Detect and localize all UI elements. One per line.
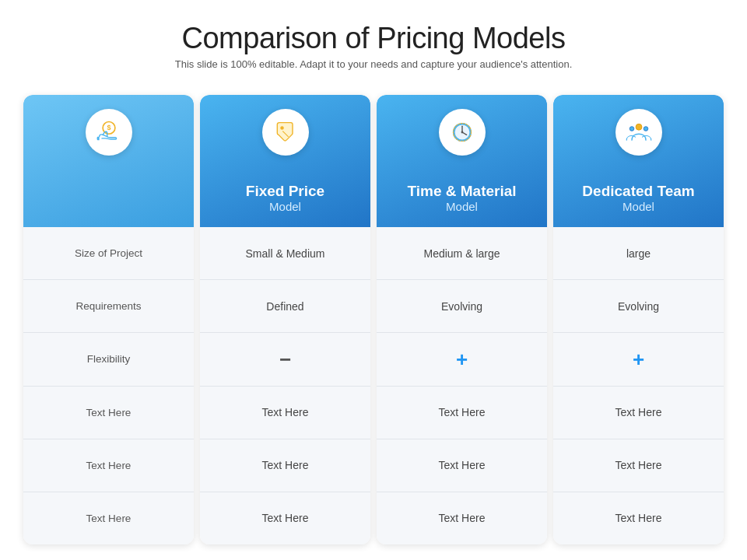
col-header-dedicated-team: Dedicated TeamModel	[553, 95, 724, 227]
column-time-material: Time & MaterialModelMedium & largeEvolvi…	[377, 95, 547, 544]
svg-point-2	[280, 126, 284, 130]
col-body-criteria: Size of ProjectRequirementsFlexibilityTe…	[23, 227, 194, 544]
page-subtitle: This slide is 100% editable. Adapt it to…	[175, 58, 573, 70]
svg-point-12	[644, 127, 648, 131]
cell-fixed-price-row4: Text Here	[200, 439, 370, 492]
cell-time-material-row1: Evolving	[377, 280, 547, 333]
col-title-main-fixed-price: Fixed Price	[246, 183, 324, 200]
cell-dedicated-team-row2: +	[553, 333, 724, 386]
cell-criteria-row0: Size of Project	[23, 227, 194, 280]
icon-team	[615, 109, 662, 156]
col-header-fixed-price: Fixed PriceModel	[200, 95, 370, 227]
column-criteria: $ Size of ProjectRequirementsFlexibility…	[23, 95, 194, 544]
icon-price-tag	[262, 109, 309, 156]
cell-criteria-row2: Flexibility	[23, 333, 194, 386]
col-body-fixed-price: Small & MediumDefined−Text HereText Here…	[200, 227, 370, 544]
cell-dedicated-team-row4: Text Here	[553, 439, 724, 492]
col-header-time-material: Time & MaterialModel	[377, 95, 547, 227]
col-title-sub-fixed-price: Model	[269, 200, 301, 213]
cell-criteria-row1: Requirements	[23, 280, 194, 333]
plus-symbol: +	[456, 349, 468, 369]
cell-fixed-price-row5: Text Here	[200, 492, 370, 544]
cell-dedicated-team-row5: Text Here	[553, 492, 724, 544]
cell-time-material-row0: Medium & large	[377, 227, 547, 280]
cell-time-material-row3: Text Here	[377, 387, 547, 439]
column-fixed-price: Fixed PriceModelSmall & MediumDefined−Te…	[200, 95, 370, 544]
cell-fixed-price-row3: Text Here	[200, 387, 370, 439]
svg-point-10	[636, 124, 642, 130]
icon-hand-money: $	[86, 109, 132, 156]
minus-symbol: −	[279, 349, 291, 369]
icon-clock	[439, 109, 486, 156]
cell-time-material-row5: Text Here	[377, 492, 547, 544]
svg-point-11	[630, 127, 634, 131]
cell-criteria-row3: Text Here	[23, 387, 194, 439]
col-title-sub-dedicated-team: Model	[622, 200, 654, 213]
cell-dedicated-team-row3: Text Here	[553, 387, 724, 439]
cell-criteria-row4: Text Here	[23, 439, 194, 492]
col-title-main-time-material: Time & Material	[407, 183, 516, 200]
cell-fixed-price-row1: Defined	[200, 280, 370, 333]
cell-fixed-price-row0: Small & Medium	[200, 227, 370, 280]
svg-point-9	[461, 131, 463, 134]
col-title-sub-time-material: Model	[446, 200, 478, 213]
col-header-criteria: $	[23, 95, 194, 227]
page-title: Comparison of Pricing Models	[182, 22, 566, 55]
cell-time-material-row2: +	[377, 333, 547, 386]
cell-dedicated-team-row0: large	[553, 227, 724, 280]
cell-time-material-row4: Text Here	[377, 439, 547, 492]
col-title-main-dedicated-team: Dedicated Team	[582, 183, 694, 200]
plus-symbol: +	[633, 349, 644, 369]
col-body-dedicated-team: largeEvolving+Text HereText HereText Her…	[553, 227, 724, 544]
col-body-time-material: Medium & largeEvolving+Text HereText Her…	[377, 227, 547, 544]
columns-wrapper: $ Size of ProjectRequirementsFlexibility…	[23, 95, 724, 544]
column-dedicated-team: Dedicated TeamModellargeEvolving+Text He…	[553, 95, 724, 544]
cell-fixed-price-row2: −	[200, 333, 370, 386]
cell-criteria-row5: Text Here	[23, 492, 194, 544]
cell-dedicated-team-row1: Evolving	[553, 280, 724, 333]
svg-text:$: $	[107, 124, 110, 131]
